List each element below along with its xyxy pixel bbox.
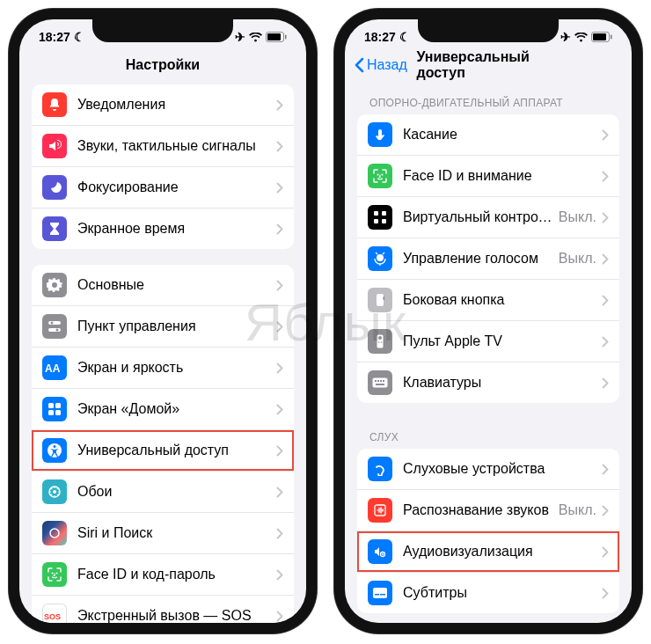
wifi-icon [574,33,588,42]
section-header: ОПОРНО-ДВИГАТЕЛЬНЫЙ АППАРАТ [357,84,619,114]
airplane-icon: ✈︎ [235,30,245,44]
svg-text:AA: AA [45,362,61,375]
svg-rect-28 [611,35,612,40]
chevron-right-icon [602,377,609,389]
chevron-right-icon [276,569,283,581]
ear-icon [368,457,392,481]
settings-row[interactable]: Фокусирование [32,167,294,209]
svg-rect-47 [376,384,384,385]
moon-icon: ☾ [74,30,85,44]
row-label: Боковая кнопка [403,292,602,308]
row-label: Касание [403,127,602,143]
keyboard-icon [368,370,392,395]
settings-row[interactable]: Касание [357,114,619,156]
settings-row[interactable]: Боковая кнопка [357,280,619,321]
settings-row[interactable]: SOSЭкстренный вызов — SOS [32,596,294,623]
wifi-icon [249,33,262,42]
audiovisual-icon [368,539,392,564]
svg-point-29 [377,174,379,176]
svg-rect-36 [377,294,384,306]
settings-row[interactable]: Обои [32,472,294,513]
svg-point-6 [56,329,59,332]
row-detail: Выкл. [559,209,596,225]
settings-row[interactable]: Субтитры [357,573,619,613]
svg-point-40 [378,341,380,343]
row-label: Виртуальный контроллер [403,209,559,225]
svg-point-50 [382,553,384,555]
section-header: СЛУХ [357,419,619,449]
chevron-right-icon [276,528,283,539]
settings-row[interactable]: Экран «Домой» [32,389,294,430]
chevron-right-icon [276,487,283,498]
switches-icon [42,314,67,339]
settings-row[interactable]: Распознавание звуковВыкл. [357,490,619,531]
svg-rect-46 [383,380,384,382]
row-detail: Выкл. [559,251,596,267]
settings-row[interactable]: Siri и Поиск [32,513,294,554]
text-size-icon: AA [42,355,67,380]
accessibility-icon [42,438,67,463]
svg-rect-37 [384,296,385,300]
row-label: Face ID и код-пароль [77,567,276,582]
svg-rect-10 [48,410,54,415]
settings-row[interactable]: Основные [32,265,294,306]
settings-row[interactable]: Универсальный доступ [32,430,294,472]
settings-row[interactable]: Аудиовизуализация [357,531,619,573]
sos-icon: SOS [42,604,67,623]
svg-rect-34 [382,219,386,223]
phone-right: 18:27 ☾ ✈︎ Назад Униве [334,9,642,633]
settings-row[interactable]: Экранное время [32,209,294,249]
settings-row[interactable]: Пункт управления [32,306,294,348]
switch-control-icon [368,205,392,230]
settings-list-right[interactable]: ОПОРНО-ДВИГАТЕЛЬНЫЙ АППАРАТКасаниеFace I… [345,84,632,623]
chevron-right-icon [276,141,283,152]
settings-row[interactable]: Уведомления [32,84,294,126]
svg-point-4 [51,322,54,325]
settings-row[interactable]: Face ID и внимание [357,156,619,197]
voice-control-icon [368,246,392,271]
chevron-right-icon [602,253,609,265]
row-label: Пульт Apple TV [403,333,602,349]
svg-rect-35 [377,254,384,261]
svg-rect-1 [267,33,281,40]
chevron-right-icon [276,321,283,333]
chevron-right-icon [276,223,283,235]
settings-row[interactable]: AAЭкран и яркость [32,348,294,389]
screen-right: 18:27 ☾ ✈︎ Назад Униве [345,19,632,623]
bell-icon [42,92,67,117]
settings-row[interactable]: Звуки, тактильные сигналы [32,126,294,167]
svg-rect-27 [593,33,606,40]
chevron-right-icon [602,171,609,182]
faceid-icon [42,562,67,587]
settings-list-left[interactable]: УведомленияЗвуки, тактильные сигналыФоку… [19,84,306,623]
svg-rect-33 [374,219,378,223]
chevron-right-icon [602,336,609,348]
row-label: Распознавание звуков [403,502,559,518]
settings-row[interactable]: Слуховые устройства [357,449,619,490]
settings-group: КасаниеFace ID и вниманиеВиртуальный кон… [357,114,619,403]
row-label: Универсальный доступ [77,443,276,458]
svg-rect-32 [382,211,386,216]
settings-row[interactable]: Пульт Apple TV [357,321,619,362]
row-label: Экран «Домой» [77,401,276,417]
nav-bar-left: Настройки [19,49,306,84]
settings-row[interactable]: Клавиатуры [357,362,619,403]
status-time: 18:27 [39,30,70,44]
svg-rect-53 [380,594,385,596]
chevron-right-icon [602,295,609,306]
back-button[interactable]: Назад [354,57,407,73]
siri-icon [42,521,67,545]
settings-row[interactable]: Виртуальный контроллерВыкл. [357,197,619,238]
chevron-right-icon [602,588,609,599]
chevron-right-icon [276,99,283,111]
row-label: Субтитры [403,585,602,601]
settings-row[interactable]: Face ID и код-пароль [32,554,294,596]
row-detail: Выкл. [559,502,596,518]
svg-point-39 [378,336,382,340]
settings-row[interactable]: Управление голосомВыкл. [357,238,619,280]
settings-group: Слуховые устройстваРаспознавание звуковВ… [357,449,619,613]
svg-rect-9 [55,403,61,408]
svg-rect-44 [377,380,379,382]
chevron-right-icon [276,445,283,457]
gear-icon [42,273,67,297]
